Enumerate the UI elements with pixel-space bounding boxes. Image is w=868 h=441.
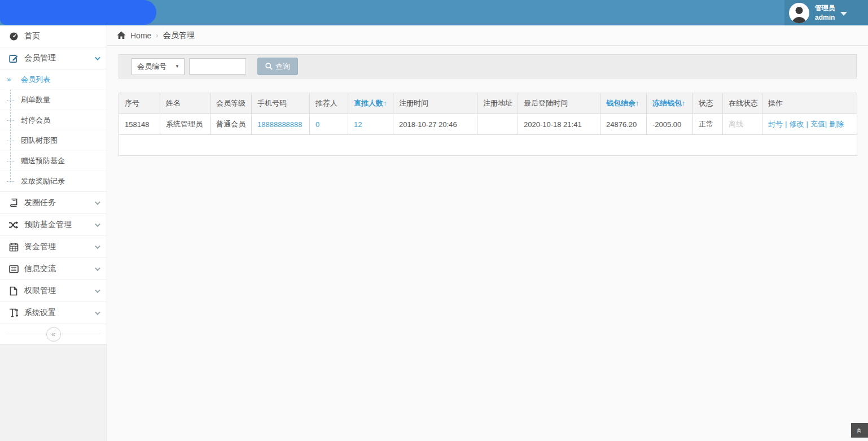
col-direct-count-sort[interactable]: 直推人数↑ bbox=[348, 93, 393, 114]
search-panel: 会员编号 ▼ 查询 bbox=[119, 54, 857, 78]
cell-online-status: 离线 bbox=[723, 114, 762, 135]
user-menu[interactable]: 管理员 admin bbox=[784, 0, 868, 25]
action-separator: | bbox=[825, 120, 827, 128]
direct-count-link[interactable]: 12 bbox=[354, 120, 362, 129]
chevron-down-icon bbox=[840, 12, 847, 16]
app-logo bbox=[0, 0, 156, 25]
breadcrumb-home-link[interactable]: Home bbox=[130, 31, 151, 40]
col-wallet-balance-sort[interactable]: 钱包结余↑ bbox=[600, 93, 647, 114]
search-button[interactable]: 查询 bbox=[257, 58, 298, 75]
active-marker-icon: » bbox=[6, 69, 11, 90]
sidebar-collapse-row: « bbox=[0, 324, 107, 344]
book-icon bbox=[8, 198, 19, 207]
chevron-down-icon bbox=[95, 55, 100, 60]
sidebar-item-permission-mgmt[interactable]: 权限管理 bbox=[0, 280, 107, 302]
sidebar-subitem-label: 刷单数量 bbox=[21, 95, 50, 104]
sidebar-item-label: 权限管理 bbox=[24, 286, 56, 296]
cell-register-time: 2018-10-27 20:46 bbox=[393, 114, 477, 135]
tree-dash bbox=[7, 181, 14, 182]
select-caret-icon: ▼ bbox=[175, 64, 179, 69]
sidebar-subitem-label: 发放奖励记录 bbox=[21, 177, 65, 185]
home-icon bbox=[117, 31, 126, 40]
col-level: 会员等级 bbox=[211, 93, 252, 114]
ban-link[interactable]: 封号 bbox=[768, 120, 783, 128]
action-separator: | bbox=[806, 120, 808, 128]
search-input[interactable] bbox=[189, 58, 246, 75]
sidebar-item-label: 信息交流 bbox=[24, 264, 56, 274]
cell-phone: 18888888888 bbox=[252, 114, 310, 135]
shuffle-icon bbox=[8, 220, 19, 229]
sidebar-subitem-banned-members[interactable]: 封停会员 bbox=[0, 110, 107, 130]
sidebar-subitem-order-count[interactable]: 刷单数量 bbox=[0, 90, 107, 110]
chevron-down-icon bbox=[95, 265, 100, 271]
cell-last-login: 2020-10-18 21:41 bbox=[518, 114, 600, 135]
sidebar-subitem-label: 封停会员 bbox=[21, 116, 50, 124]
sidebar-item-info-exchange[interactable]: 信息交流 bbox=[0, 258, 107, 280]
sidebar-subitem-label: 赠送预防基金 bbox=[21, 156, 65, 165]
table-header-row: 序号 姓名 会员等级 手机号码 推荐人 直推人数↑ 注册时间 注册地址 最后登陆… bbox=[119, 93, 857, 114]
main-content: Home › 会员管理 会员编号 ▼ 查询 序号 姓名 会员等级 手机号码 bbox=[107, 25, 868, 441]
list-alt-icon bbox=[8, 264, 19, 273]
user-role: 管理员 bbox=[815, 3, 835, 12]
sidebar-collapse-button[interactable]: « bbox=[46, 327, 61, 342]
phone-link[interactable]: 18888888888 bbox=[257, 120, 303, 129]
sidebar-item-label: 首页 bbox=[24, 31, 40, 41]
collapse-icon: « bbox=[51, 330, 55, 338]
sidebar-subitem-member-list[interactable]: » 会员列表 bbox=[0, 69, 107, 90]
cell-seq: 158148 bbox=[119, 114, 160, 135]
avatar-body-icon bbox=[792, 17, 806, 23]
col-name: 姓名 bbox=[160, 93, 211, 114]
breadcrumb-current: 会员管理 bbox=[163, 30, 195, 41]
cell-status: 正常 bbox=[693, 114, 723, 135]
delete-link[interactable]: 删除 bbox=[829, 120, 844, 128]
table-row: 158148 系统管理员 普通会员 18888888888 0 12 2018-… bbox=[119, 114, 857, 135]
text-height-icon bbox=[8, 308, 19, 317]
breadcrumb: Home › 会员管理 bbox=[107, 25, 868, 46]
referrer-link[interactable]: 0 bbox=[315, 120, 319, 129]
table-empty-footer-row bbox=[119, 135, 857, 156]
sidebar-item-system-settings[interactable]: 系统设置 bbox=[0, 302, 107, 324]
recharge-link[interactable]: 充值 bbox=[810, 120, 825, 128]
search-filter-select[interactable]: 会员编号 ▼ bbox=[131, 58, 185, 75]
sidebar-item-label: 发圈任务 bbox=[24, 198, 56, 208]
edit-icon bbox=[8, 54, 19, 63]
sidebar-item-fund-mgmt[interactable]: 预防基金管理 bbox=[0, 214, 107, 236]
sidebar-item-capital-mgmt[interactable]: 资金管理 bbox=[0, 236, 107, 258]
avatar bbox=[789, 3, 809, 23]
cell-register-address bbox=[477, 114, 518, 135]
breadcrumb-separator: › bbox=[156, 31, 158, 40]
col-last-login: 最后登陆时间 bbox=[518, 93, 600, 114]
cell-frozen-wallet: -2005.00 bbox=[647, 114, 693, 135]
top-header-bar: 管理员 admin bbox=[0, 0, 868, 25]
sidebar-subitem-label: 会员列表 bbox=[21, 75, 50, 84]
col-register-address: 注册地址 bbox=[477, 93, 518, 114]
table-footer-cell bbox=[119, 135, 857, 156]
sidebar-item-home[interactable]: 首页 bbox=[0, 25, 107, 47]
col-online-status: 在线状态 bbox=[723, 93, 762, 114]
back-to-top-button[interactable]: « bbox=[851, 423, 868, 438]
tree-dash bbox=[7, 120, 14, 121]
col-phone: 手机号码 bbox=[252, 93, 310, 114]
sidebar-item-label: 会员管理 bbox=[24, 53, 56, 63]
cell-level: 普通会员 bbox=[211, 114, 252, 135]
search-button-label: 查询 bbox=[275, 62, 290, 72]
sidebar-item-member-mgmt[interactable]: 会员管理 bbox=[0, 47, 107, 69]
cell-direct-count: 12 bbox=[348, 114, 393, 135]
user-name: admin bbox=[815, 13, 835, 22]
edit-link[interactable]: 修改 bbox=[789, 120, 804, 128]
sidebar-filler bbox=[0, 344, 107, 441]
col-frozen-wallet-sort[interactable]: 冻结钱包↑ bbox=[647, 93, 693, 114]
chevron-down-icon bbox=[95, 221, 100, 227]
sidebar-subitem-gift-fund[interactable]: 赠送预防基金 bbox=[0, 151, 107, 171]
calendar-icon bbox=[8, 242, 19, 251]
search-filter-value: 会员编号 bbox=[137, 62, 166, 72]
tree-dash bbox=[7, 161, 14, 161]
sidebar-subitem-reward-records[interactable]: 发放奖励记录 bbox=[0, 171, 107, 191]
file-icon bbox=[8, 286, 19, 295]
col-register-time: 注册时间 bbox=[393, 93, 477, 114]
cell-name: 系统管理员 bbox=[160, 114, 211, 135]
sidebar-item-moments-tasks[interactable]: 发圈任务 bbox=[0, 192, 107, 214]
sidebar-item-label: 系统设置 bbox=[24, 308, 56, 318]
cell-actions: 封号|修改|充值|删除 bbox=[762, 114, 857, 135]
sidebar-subitem-team-tree[interactable]: 团队树形图 bbox=[0, 130, 107, 151]
